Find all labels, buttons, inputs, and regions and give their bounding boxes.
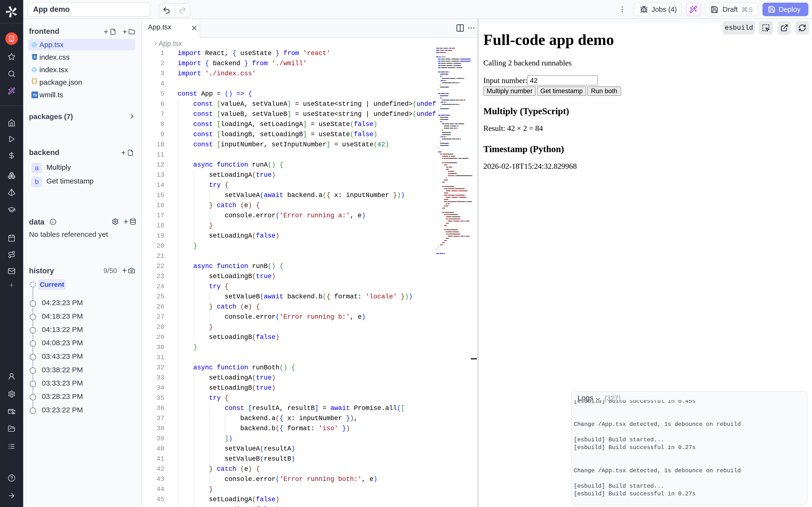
svg-text:TS: TS	[33, 93, 37, 97]
svg-text:3: 3	[34, 55, 36, 59]
